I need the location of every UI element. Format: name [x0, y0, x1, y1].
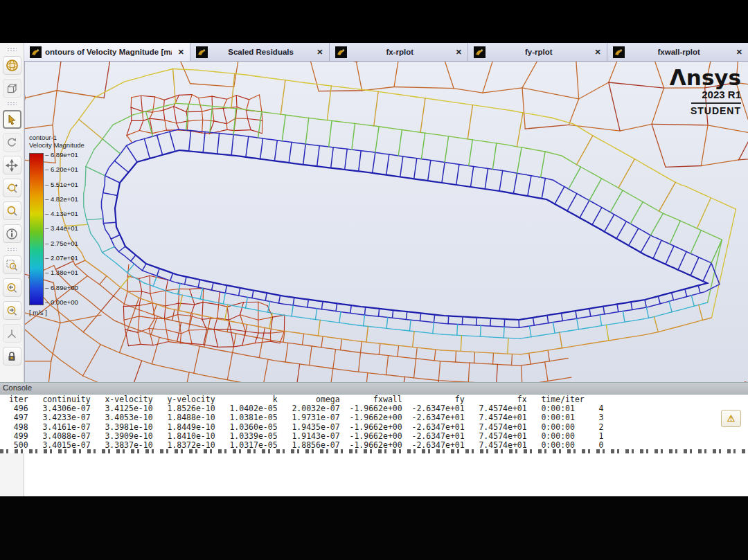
tab-close-icon[interactable]: ✕ [736, 48, 742, 57]
toolbar-grip [7, 48, 17, 52]
select-cursor-icon [6, 114, 18, 126]
tab-fy-rplot[interactable]: fy-rplot ✕ [468, 43, 607, 61]
legend-title: contour-1 [29, 134, 84, 141]
rotate-view-button[interactable] [3, 133, 21, 152]
tab-close-icon[interactable]: ✕ [594, 48, 600, 57]
magnifier-button[interactable] [3, 201, 21, 220]
pan-view-icon [6, 159, 18, 172]
top-letterbox [0, 0, 748, 43]
contour-legend: contour-1 Velocity Magnitude 6.89e+01 6.… [29, 134, 84, 316]
legend-tick: 2.75e+01 [45, 240, 78, 247]
console-panel: Console iter continuity x-velocity y-vel… [0, 382, 748, 453]
console-text: iter continuity x-velocity y-velocity k … [0, 395, 748, 450]
graphics-tab-bar: ontours of Velocity Magnitude [m/: ✕ Sca… [24, 43, 748, 62]
console-output[interactable]: iter continuity x-velocity y-velocity k … [0, 395, 748, 453]
axis-triad-button[interactable] [3, 324, 21, 343]
legend-tick: 6.89e+00 [45, 284, 78, 291]
lock-view-icon [6, 350, 18, 363]
legend-tick: 3.44e+01 [45, 224, 78, 232]
ansys-release-text: 2023 R1 [670, 89, 741, 100]
tab-close-icon[interactable]: ✕ [317, 48, 323, 57]
zoom-to-fit-button[interactable] [3, 255, 21, 274]
legend-tick: 2.07e+01 [45, 254, 78, 262]
tab-close-icon[interactable]: ✕ [456, 48, 462, 57]
info-button[interactable] [3, 224, 21, 243]
axis-triad-icon [6, 327, 18, 340]
next-view-icon [6, 305, 18, 317]
zoom-in-button[interactable] [3, 179, 21, 197]
console-clipped-line [0, 449, 748, 453]
zoom-to-fit-icon [6, 259, 18, 271]
legend-tick: 6.89e+01 [45, 151, 78, 159]
ansys-brand-text: Λnsys [670, 67, 741, 88]
ansys-edition-text: STUDENT [670, 105, 741, 116]
lock-view-button[interactable] [3, 347, 21, 365]
legend-ticks: 6.89e+01 6.20e+01 5.51e+01 4.82e+01 4.13… [45, 151, 78, 306]
tab-fxwall-rplot[interactable]: fxwall-rplot ✕ [607, 43, 748, 61]
tab-close-icon[interactable]: ✕ [178, 48, 184, 57]
legend-tick: 5.51e+01 [45, 181, 78, 188]
magnifier-icon [6, 205, 18, 217]
plot-thumbnail-icon [196, 46, 208, 58]
pan-view-button[interactable] [3, 156, 21, 174]
tab-label: ontours of Velocity Magnitude [m/: [45, 48, 172, 56]
legend-subtitle: Velocity Magnitude [29, 141, 84, 149]
ansys-fluent-window: ontours of Velocity Magnitude [m/: ✕ Sca… [0, 0, 748, 560]
tab-fx-rplot[interactable]: fx-rplot ✕ [330, 43, 469, 61]
mesh-sphere-button[interactable] [3, 56, 21, 75]
plot-thumbnail-icon [474, 46, 486, 58]
view-cube-icon [6, 82, 18, 95]
warning-icon: ⚠ [727, 413, 736, 424]
tab-label: fxwall-rplot [658, 48, 700, 56]
zoom-in-icon [6, 182, 18, 195]
legend-colorbar [29, 153, 44, 305]
legend-tick: 4.82e+01 [45, 195, 78, 203]
previous-view-icon [6, 282, 18, 294]
legend-unit: [ m/s ] [29, 309, 84, 316]
toolbar-grip [7, 247, 17, 251]
view-cube-button[interactable] [3, 79, 21, 98]
ansys-logo-rule [691, 102, 741, 104]
tab-label: fx-rplot [386, 48, 413, 56]
legend-tick: 0.00e+00 [45, 298, 78, 306]
warning-button[interactable]: ⚠ [721, 410, 741, 427]
tab-scaled-residuals[interactable]: Scaled Residuals ✕ [190, 43, 330, 61]
mesh-sphere-icon [6, 59, 19, 72]
info-icon [6, 228, 18, 240]
next-view-button[interactable] [3, 301, 21, 320]
ansys-logo: Λnsys 2023 R1 STUDENT [670, 67, 741, 116]
legend-tick: 1.38e+01 [45, 269, 78, 276]
tab-label: fy-rplot [525, 48, 553, 56]
legend-tick: 4.13e+01 [45, 210, 78, 217]
airfoil-mesh-contour-view [25, 62, 748, 402]
rotate-view-icon [6, 136, 18, 149]
console-title: Console [3, 383, 32, 392]
graphics-viewport[interactable]: Λnsys 2023 R1 STUDENT contour-1 Velocity… [24, 62, 748, 402]
legend-tick: 6.20e+01 [45, 165, 78, 173]
plot-thumbnail-icon [613, 46, 625, 58]
tab-contours-velocity[interactable]: ontours of Velocity Magnitude [m/: ✕ [24, 43, 190, 61]
previous-view-button[interactable] [3, 278, 21, 297]
tab-label: Scaled Residuals [228, 48, 294, 56]
toolbar-grip [7, 102, 17, 106]
bottom-letterbox [0, 496, 748, 560]
plot-thumbnail-icon [30, 46, 42, 58]
select-cursor-button[interactable] [3, 110, 21, 129]
console-title-bar[interactable]: Console [0, 382, 748, 395]
plot-thumbnail-icon [335, 46, 347, 58]
